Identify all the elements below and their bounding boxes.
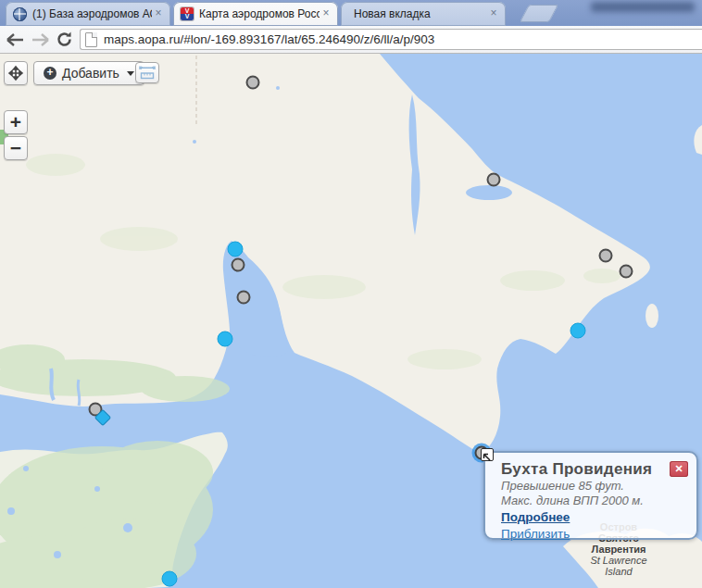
map-marker-blue[interactable] bbox=[218, 332, 233, 347]
map-marker-blue[interactable] bbox=[228, 242, 244, 257]
globe-favicon-icon bbox=[13, 7, 27, 21]
add-button-label: Добавить bbox=[62, 66, 119, 81]
zoom-out-button[interactable]: − bbox=[4, 136, 28, 160]
measure-distance-button[interactable] bbox=[135, 62, 159, 83]
popup-close-button[interactable]: ✕ bbox=[670, 461, 688, 477]
chevron-down-icon bbox=[127, 71, 134, 76]
add-button[interactable]: + Добавить bbox=[33, 61, 144, 85]
zoom-to-link[interactable]: Приблизить bbox=[501, 527, 570, 542]
popup-runway: Макс. длина ВПП 2000 м. bbox=[501, 494, 685, 508]
small-island bbox=[646, 304, 658, 328]
tab-label: Новая вкладка bbox=[354, 7, 487, 20]
map-marker-gray[interactable] bbox=[487, 173, 501, 187]
mouse-cursor-icon bbox=[481, 448, 494, 461]
tab-airfield-map-active[interactable]: V V Карта аэродромов Росси × bbox=[173, 2, 338, 26]
tab-bar: (1) База аэродромов АОП × V V Карта аэро… bbox=[0, 0, 702, 26]
new-tab-button[interactable] bbox=[520, 5, 558, 22]
plus-circle-icon: + bbox=[44, 67, 56, 80]
map-marker-gray[interactable] bbox=[232, 258, 245, 272]
back-button[interactable] bbox=[4, 29, 28, 51]
popup-title: Бухта Провидения bbox=[501, 460, 685, 479]
address-bar[interactable]: maps.aopa.ru/#lon/-169.893167/lat/65.246… bbox=[80, 29, 702, 50]
map-marker-gray[interactable] bbox=[599, 249, 613, 263]
map-marker-blue[interactable] bbox=[570, 323, 586, 339]
navigation-toolbar: maps.aopa.ru/#lon/-169.893167/lat/65.246… bbox=[0, 26, 702, 54]
lagoon bbox=[466, 185, 512, 200]
popup-elevation: Превышение 85 фут. bbox=[501, 479, 685, 494]
tab-label: (1) База аэродромов АОП bbox=[32, 7, 152, 20]
aopa-shield-favicon-icon: V V bbox=[181, 7, 194, 20]
zoom-in-button[interactable]: + bbox=[4, 110, 28, 134]
airfield-info-popup: ✕ Бухта Провидения Превышение 85 фут. Ма… bbox=[483, 451, 698, 540]
move-arrows-icon bbox=[7, 65, 24, 81]
river bbox=[78, 380, 80, 406]
map-marker-gray[interactable] bbox=[620, 265, 633, 279]
tab-close-icon[interactable]: × bbox=[487, 7, 500, 20]
map-marker-gray[interactable] bbox=[246, 76, 260, 90]
forward-button[interactable] bbox=[28, 29, 52, 51]
titlebar-smudge bbox=[591, 2, 695, 12]
details-link[interactable]: Подробнее bbox=[501, 509, 570, 525]
tab-close-icon[interactable]: × bbox=[320, 7, 332, 20]
browser-window: (1) База аэродромов АОП × V V Карта аэро… bbox=[0, 0, 702, 588]
refresh-button[interactable] bbox=[52, 29, 76, 51]
map-viewport[interactable]: Остров Святого Лаврентия St Lawrence Isl… bbox=[0, 54, 702, 588]
tab-new-tab[interactable]: Новая вкладка × bbox=[341, 2, 506, 26]
map-marker-gray[interactable] bbox=[237, 291, 251, 305]
tab-airfield-database[interactable]: (1) База аэродромов АОП × bbox=[6, 2, 170, 26]
ruler-icon bbox=[139, 66, 156, 80]
pan-button[interactable] bbox=[4, 61, 28, 85]
tab-label: Карта аэродромов Росси bbox=[199, 7, 320, 20]
page-icon bbox=[85, 32, 97, 47]
tab-close-icon[interactable]: × bbox=[152, 7, 165, 20]
url-text[interactable]: maps.aopa.ru/#lon/-169.893167/lat/65.246… bbox=[104, 32, 434, 46]
map-marker-blue[interactable] bbox=[162, 571, 178, 587]
